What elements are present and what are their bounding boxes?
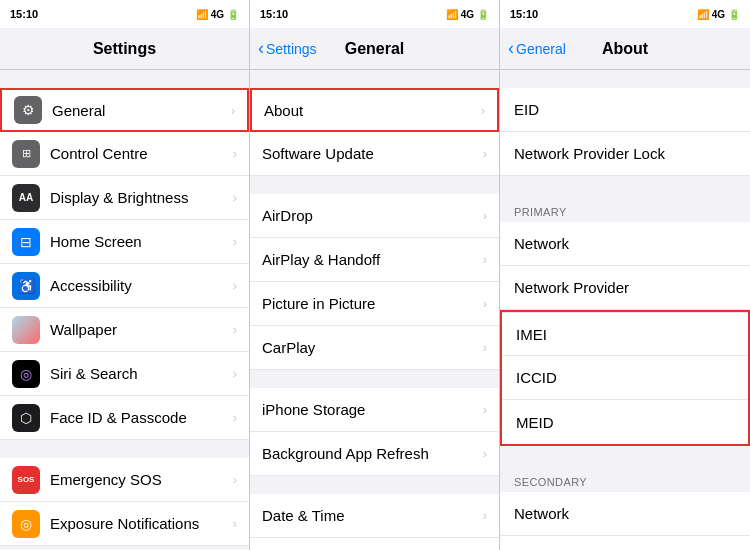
back-button-3[interactable]: ‹ General	[508, 40, 566, 57]
about-item-eid[interactable]: EID	[500, 88, 750, 132]
section-gap-3	[0, 546, 249, 550]
battery-icon-2: 🔋	[477, 9, 489, 20]
nav-bar-1: Settings	[0, 28, 249, 70]
about-item-network-provider-lock[interactable]: Network Provider Lock	[500, 132, 750, 176]
signal-icon-3: 📶	[697, 9, 709, 20]
airdrop-label: AirDrop	[262, 207, 483, 224]
general-item-airdrop[interactable]: AirDrop ›	[250, 194, 499, 238]
network-provider-lock-label: Network Provider Lock	[514, 145, 665, 162]
about-item-secondary-network[interactable]: Network	[500, 492, 750, 536]
general-item-airplay-handoff[interactable]: AirPlay & Handoff ›	[250, 238, 499, 282]
status-bar-2: 15:10 📶 4G 🔋	[250, 0, 499, 28]
date-time-label: Date & Time	[262, 507, 483, 524]
sidebar-item-siri-search[interactable]: ◎ Siri & Search ›	[0, 352, 249, 396]
about-label: About	[264, 102, 481, 119]
general-panel: 15:10 📶 4G 🔋 ‹ Settings General About › …	[250, 0, 500, 550]
pip-label: Picture in Picture	[262, 295, 483, 312]
sidebar-item-wallpaper[interactable]: Wallpaper ›	[0, 308, 249, 352]
signal-label-3: 4G	[712, 9, 725, 20]
sos-chevron: ›	[233, 472, 237, 487]
airdrop-chevron: ›	[483, 208, 487, 223]
status-bar-1: 15:10 📶 4G 🔋	[0, 0, 249, 28]
general-item-background-refresh[interactable]: Background App Refresh ›	[250, 432, 499, 476]
faceid-label: Face ID & Passcode	[50, 409, 233, 426]
about-item-iccid[interactable]: ICCID	[502, 356, 748, 400]
general-item-iphone-storage[interactable]: iPhone Storage ›	[250, 388, 499, 432]
accessibility-chevron: ›	[233, 278, 237, 293]
general-list: About › Software Update › AirDrop › AirP…	[250, 70, 499, 550]
faceid-icon: ⬡	[12, 404, 40, 432]
software-update-label: Software Update	[262, 145, 483, 162]
sidebar-item-emergency-sos[interactable]: SOS Emergency SOS ›	[0, 458, 249, 502]
imei-group: IMEI ICCID MEID	[500, 310, 750, 446]
status-bar-3: 15:10 📶 4G 🔋	[500, 0, 750, 28]
about-chevron: ›	[481, 103, 485, 118]
signal-icon-2: 📶	[446, 9, 458, 20]
section-gap-2	[0, 440, 249, 458]
display-chevron: ›	[233, 190, 237, 205]
pip-chevron: ›	[483, 296, 487, 311]
primary-network-provider-label: Network Provider	[514, 279, 629, 296]
general-item-carplay[interactable]: CarPlay ›	[250, 326, 499, 370]
homescreen-label: Home Screen	[50, 233, 233, 250]
general-gap-4	[250, 476, 499, 494]
general-gap-3	[250, 370, 499, 388]
about-gap-3	[500, 446, 750, 464]
sidebar-item-control-centre[interactable]: ⊞ Control Centre ›	[0, 132, 249, 176]
about-item-secondary-network-provider[interactable]: Network Provider	[500, 536, 750, 550]
carplay-label: CarPlay	[262, 339, 483, 356]
carplay-chevron: ›	[483, 340, 487, 355]
general-item-pip[interactable]: Picture in Picture ›	[250, 282, 499, 326]
control-centre-label: Control Centre	[50, 145, 233, 162]
back-arrow-3: ‹	[508, 39, 514, 57]
siri-chevron: ›	[233, 366, 237, 381]
wallpaper-icon	[12, 316, 40, 344]
about-item-imei[interactable]: IMEI	[502, 312, 748, 356]
about-item-meid[interactable]: MEID	[502, 400, 748, 444]
meid-label: MEID	[516, 414, 554, 431]
sidebar-item-general[interactable]: ⚙ General ›	[0, 88, 249, 132]
sos-icon: SOS	[12, 466, 40, 494]
signal-icon-1: 📶	[196, 9, 208, 20]
about-gap-2	[500, 176, 750, 194]
background-refresh-chevron: ›	[483, 446, 487, 461]
about-list: EID Network Provider Lock PRIMARY Networ…	[500, 70, 750, 550]
general-item-date-time[interactable]: Date & Time ›	[250, 494, 499, 538]
back-button-2[interactable]: ‹ Settings	[258, 40, 317, 57]
back-label-2: Settings	[266, 41, 317, 57]
sidebar-item-home-screen[interactable]: ⊟ Home Screen ›	[0, 220, 249, 264]
sidebar-item-display-brightness[interactable]: AA Display & Brightness ›	[0, 176, 249, 220]
time-1: 15:10	[10, 8, 38, 20]
sidebar-item-faceid[interactable]: ⬡ Face ID & Passcode ›	[0, 396, 249, 440]
back-label-3: General	[516, 41, 566, 57]
wallpaper-label: Wallpaper	[50, 321, 233, 338]
siri-icon: ◎	[12, 360, 40, 388]
battery-icon-1: 🔋	[227, 9, 239, 20]
about-gap-top	[500, 70, 750, 88]
general-item-keyboard[interactable]: Keyboard ›	[250, 538, 499, 550]
iccid-label: ICCID	[516, 369, 557, 386]
nav-bar-2: ‹ Settings General	[250, 28, 499, 70]
iphone-storage-label: iPhone Storage	[262, 401, 483, 418]
general-icon: ⚙	[14, 96, 42, 124]
about-item-primary-network[interactable]: Network	[500, 222, 750, 266]
about-item-primary-network-provider[interactable]: Network Provider	[500, 266, 750, 310]
general-chevron: ›	[231, 103, 235, 118]
nav-title-1: Settings	[93, 40, 156, 58]
sidebar-item-accessibility[interactable]: ♿ Accessibility ›	[0, 264, 249, 308]
software-update-chevron: ›	[483, 146, 487, 161]
primary-section-label: PRIMARY	[500, 194, 750, 222]
control-centre-icon: ⊞	[12, 140, 40, 168]
general-item-software-update[interactable]: Software Update ›	[250, 132, 499, 176]
imei-label: IMEI	[516, 326, 547, 343]
general-item-about[interactable]: About ›	[250, 88, 499, 132]
exposure-chevron: ›	[233, 516, 237, 531]
settings-panel: 15:10 📶 4G 🔋 Settings ⚙ General › ⊞ Cont…	[0, 0, 250, 550]
sos-label: Emergency SOS	[50, 471, 233, 488]
display-label: Display & Brightness	[50, 189, 233, 206]
homescreen-chevron: ›	[233, 234, 237, 249]
exposure-icon: ◎	[12, 510, 40, 538]
sidebar-item-exposure[interactable]: ◎ Exposure Notifications ›	[0, 502, 249, 546]
nav-title-3: About	[602, 40, 648, 58]
section-gap-top	[0, 70, 249, 88]
